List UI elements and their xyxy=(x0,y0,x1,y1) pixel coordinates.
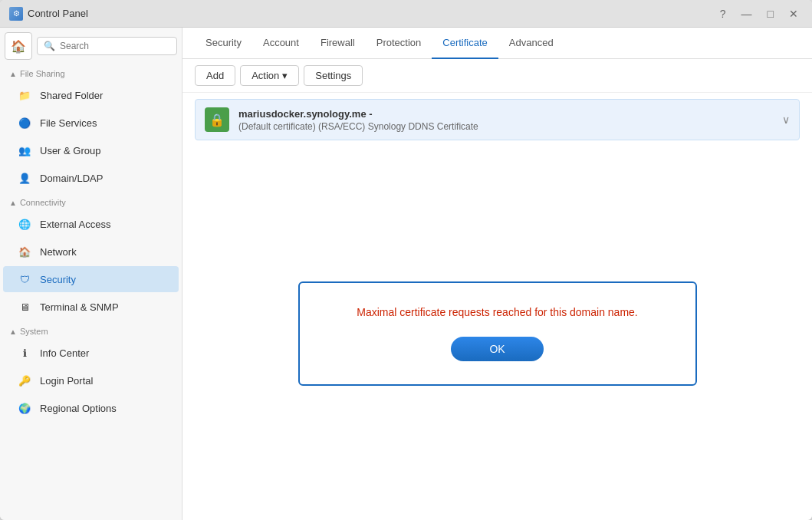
sidebar-item-file-services[interactable]: 🔵 File Services xyxy=(3,110,179,136)
certificate-name: mariusdocker.synology.me - xyxy=(238,108,773,120)
tab-firewall[interactable]: Firewall xyxy=(310,28,366,59)
sidebar-item-label: External Access xyxy=(40,219,111,230)
tab-protection[interactable]: Protection xyxy=(366,28,432,59)
certificate-list: 🔒 mariusdocker.synology.me - (Default ce… xyxy=(182,93,812,146)
sidebar-item-label: User & Group xyxy=(40,145,100,156)
content-area: Security Account Firewall Protection Cer… xyxy=(182,28,812,520)
sidebar-item-regional-options[interactable]: 🌍 Regional Options xyxy=(3,395,179,421)
sidebar-item-label: Security xyxy=(40,274,76,285)
control-panel-window: ⚙ Control Panel ? — □ ✕ 🏠 🔍 ▲ File Shari… xyxy=(0,0,812,520)
tab-account[interactable]: Account xyxy=(252,28,310,59)
section-collapse-arrow: ▲ xyxy=(9,327,17,336)
search-input[interactable] xyxy=(60,41,170,51)
regional-options-icon: 🌍 xyxy=(17,400,32,416)
certificate-info: mariusdocker.synology.me - (Default cert… xyxy=(238,108,773,132)
sidebar-item-info-center[interactable]: ℹ Info Center xyxy=(3,340,179,366)
sidebar-item-security[interactable]: 🛡 Security xyxy=(3,266,179,292)
minimize-button[interactable]: — xyxy=(737,6,757,21)
section-connectivity: ▲ Connectivity xyxy=(0,192,182,210)
toolbar: Add Action ▾ Settings xyxy=(182,59,812,93)
section-system: ▲ System xyxy=(0,321,182,339)
file-services-icon: 🔵 xyxy=(17,115,32,130)
certificate-description: (Default certificate) (RSA/ECC) Synology… xyxy=(238,121,773,132)
window-title: Control Panel xyxy=(28,8,715,19)
dialog-message: Maximal certificate requests reached for… xyxy=(357,306,638,318)
dialog-overlay: Maximal certificate requests reached for… xyxy=(182,146,812,520)
sidebar: 🏠 🔍 ▲ File Sharing 📁 Shared Folder 🔵 Fil… xyxy=(0,28,182,520)
sidebar-item-external-access[interactable]: 🌐 External Access xyxy=(3,211,179,237)
terminal-snmp-icon: 🖥 xyxy=(17,299,32,314)
security-icon: 🛡 xyxy=(17,272,32,287)
window-controls: ? — □ ✕ xyxy=(715,6,803,21)
sidebar-item-label: Domain/LDAP xyxy=(40,173,103,184)
tab-certificate[interactable]: Certificate xyxy=(432,28,498,59)
sidebar-item-shared-folder[interactable]: 📁 Shared Folder xyxy=(3,82,179,108)
titlebar: ⚙ Control Panel ? — □ ✕ xyxy=(0,0,812,28)
sidebar-item-label: Info Center xyxy=(40,347,89,359)
sidebar-item-domain-ldap[interactable]: 👤 Domain/LDAP xyxy=(3,165,179,191)
certificate-lock-icon: 🔒 xyxy=(205,107,229,132)
certificate-row[interactable]: 🔒 mariusdocker.synology.me - (Default ce… xyxy=(195,99,800,140)
tab-bar: Security Account Firewall Protection Cer… xyxy=(182,28,812,59)
sidebar-item-label: Login Portal xyxy=(40,375,93,387)
sidebar-item-network[interactable]: 🏠 Network xyxy=(3,239,179,265)
sidebar-item-label: Network xyxy=(40,246,77,258)
section-file-sharing: ▲ File Sharing xyxy=(0,63,182,81)
info-center-icon: ℹ xyxy=(17,345,32,360)
network-icon: 🏠 xyxy=(17,244,32,259)
section-collapse-arrow: ▲ xyxy=(9,199,17,207)
certificate-expand-icon: ∨ xyxy=(782,114,790,126)
sidebar-top-row: 🏠 🔍 xyxy=(0,28,182,63)
settings-button[interactable]: Settings xyxy=(304,65,363,86)
domain-ldap-icon: 👤 xyxy=(17,170,32,186)
sidebar-item-terminal-snmp[interactable]: 🖥 Terminal & SNMP xyxy=(3,294,179,320)
sidebar-item-label: Regional Options xyxy=(40,403,117,414)
action-label: Action xyxy=(251,70,279,81)
section-label: System xyxy=(20,327,48,336)
section-collapse-arrow: ▲ xyxy=(9,70,17,78)
section-label: File Sharing xyxy=(20,69,65,78)
action-dropdown-icon: ▾ xyxy=(282,70,288,81)
app-icon: ⚙ xyxy=(9,7,23,21)
home-button[interactable]: 🏠 xyxy=(5,32,32,60)
tab-security[interactable]: Security xyxy=(195,28,252,59)
add-button[interactable]: Add xyxy=(195,65,235,86)
shared-folder-icon: 📁 xyxy=(17,87,32,103)
search-box: 🔍 xyxy=(37,37,177,55)
sidebar-item-label: File Services xyxy=(40,117,97,129)
main-layout: 🏠 🔍 ▲ File Sharing 📁 Shared Folder 🔵 Fil… xyxy=(0,28,812,520)
sidebar-item-login-portal[interactable]: 🔑 Login Portal xyxy=(3,367,179,393)
help-button[interactable]: ? xyxy=(715,6,731,21)
user-group-icon: 👥 xyxy=(17,143,32,158)
external-access-icon: 🌐 xyxy=(17,216,32,232)
close-button[interactable]: ✕ xyxy=(784,6,803,21)
sidebar-item-user-group[interactable]: 👥 User & Group xyxy=(3,137,179,163)
content-body: Maximal certificate requests reached for… xyxy=(182,146,812,520)
sidebar-item-label: Shared Folder xyxy=(40,90,103,101)
dialog-ok-button[interactable]: OK xyxy=(451,337,543,361)
tab-advanced[interactable]: Advanced xyxy=(498,28,564,59)
login-portal-icon: 🔑 xyxy=(17,373,32,388)
search-icon: 🔍 xyxy=(44,41,55,51)
section-label: Connectivity xyxy=(20,198,66,207)
error-dialog: Maximal certificate requests reached for… xyxy=(298,281,697,386)
restore-button[interactable]: □ xyxy=(763,6,778,21)
action-button[interactable]: Action ▾ xyxy=(240,65,299,86)
sidebar-item-label: Terminal & SNMP xyxy=(40,301,119,313)
